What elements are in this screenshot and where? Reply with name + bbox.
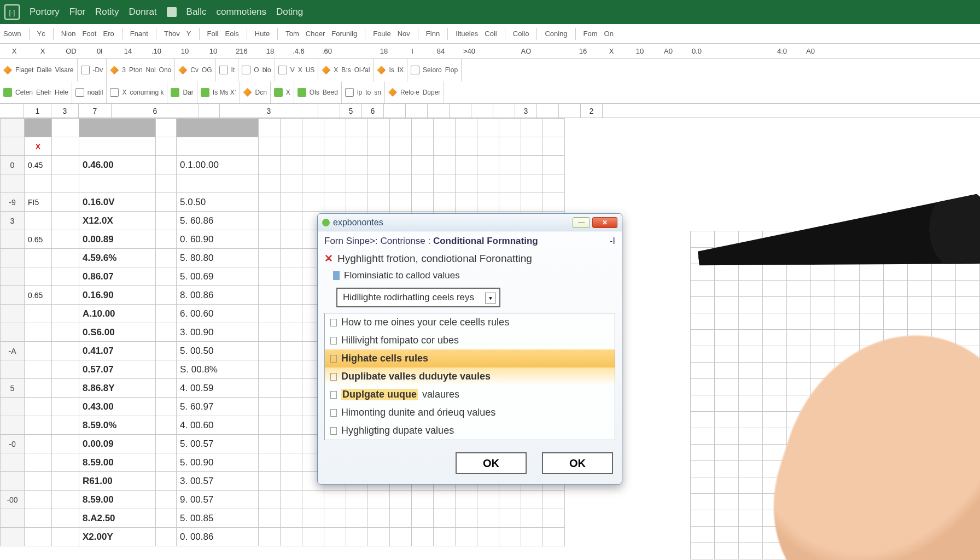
row-header[interactable]: 0 bbox=[1, 156, 25, 174]
cell[interactable] bbox=[907, 231, 931, 248]
cell[interactable] bbox=[931, 297, 955, 313]
cell[interactable] bbox=[390, 509, 412, 528]
cell[interactable] bbox=[25, 472, 52, 491]
cell[interactable] bbox=[259, 249, 281, 267]
cell[interactable] bbox=[955, 494, 979, 510]
cell[interactable] bbox=[691, 297, 715, 313]
ribbon-label[interactable]: It bbox=[231, 66, 235, 74]
cell[interactable] bbox=[543, 156, 565, 174]
cell[interactable]: X bbox=[25, 137, 52, 156]
cell[interactable] bbox=[835, 313, 859, 330]
cell[interactable] bbox=[691, 477, 715, 494]
cell[interactable] bbox=[859, 477, 883, 494]
cell[interactable] bbox=[25, 323, 52, 342]
cell[interactable] bbox=[691, 428, 715, 445]
cell[interactable] bbox=[883, 313, 907, 330]
cell[interactable]: 0. 00.86 bbox=[177, 528, 259, 546]
cell[interactable] bbox=[156, 416, 177, 435]
row-header[interactable] bbox=[1, 267, 25, 286]
cell[interactable] bbox=[739, 461, 763, 477]
cell[interactable] bbox=[691, 330, 715, 346]
column-header[interactable] bbox=[559, 104, 581, 118]
cell[interactable] bbox=[931, 428, 955, 445]
cell[interactable] bbox=[811, 281, 835, 297]
cell[interactable] bbox=[25, 416, 52, 435]
cell[interactable] bbox=[787, 428, 811, 445]
ribbon-label[interactable]: Pton bbox=[129, 66, 143, 74]
cell[interactable] bbox=[434, 491, 456, 509]
cell[interactable] bbox=[787, 297, 811, 313]
cell[interactable] bbox=[52, 435, 79, 453]
row-header[interactable] bbox=[1, 472, 25, 491]
cell[interactable] bbox=[281, 267, 302, 286]
cell[interactable] bbox=[477, 137, 499, 156]
cell[interactable] bbox=[52, 453, 79, 472]
cell[interactable] bbox=[691, 510, 715, 527]
cell[interactable] bbox=[859, 527, 883, 543]
cell[interactable] bbox=[156, 342, 177, 360]
cell[interactable] bbox=[521, 509, 543, 528]
column-header[interactable]: 7 bbox=[79, 104, 112, 118]
cell[interactable] bbox=[346, 174, 368, 193]
cell[interactable] bbox=[811, 412, 835, 428]
cell[interactable] bbox=[499, 137, 521, 156]
cell[interactable] bbox=[835, 248, 859, 264]
cell[interactable] bbox=[412, 509, 434, 528]
cell[interactable] bbox=[835, 510, 859, 527]
cell[interactable] bbox=[259, 491, 281, 509]
cell[interactable] bbox=[281, 193, 302, 212]
cell[interactable] bbox=[859, 248, 883, 264]
cell[interactable] bbox=[281, 528, 302, 546]
cell[interactable] bbox=[156, 528, 177, 546]
cell[interactable] bbox=[859, 379, 883, 395]
cell[interactable] bbox=[859, 494, 883, 510]
cell[interactable] bbox=[811, 510, 835, 527]
ribbon-label[interactable]: Relo·e bbox=[400, 89, 419, 96]
cell[interactable] bbox=[859, 313, 883, 330]
cell[interactable] bbox=[52, 491, 79, 509]
cell[interactable] bbox=[883, 428, 907, 445]
cell[interactable] bbox=[883, 264, 907, 281]
row-header[interactable]: 3 bbox=[1, 212, 25, 230]
cell[interactable]: 4. 00.59 bbox=[177, 379, 259, 398]
ribbon-icon[interactable] bbox=[75, 88, 84, 97]
cell[interactable] bbox=[955, 313, 979, 330]
cell[interactable] bbox=[521, 491, 543, 509]
cell[interactable] bbox=[281, 398, 302, 416]
cell[interactable] bbox=[739, 313, 763, 330]
cell[interactable] bbox=[859, 346, 883, 363]
cell[interactable] bbox=[52, 342, 79, 360]
cell[interactable] bbox=[412, 156, 434, 174]
cell[interactable] bbox=[434, 156, 456, 174]
cell[interactable] bbox=[763, 297, 787, 313]
cell[interactable] bbox=[259, 119, 281, 137]
cell[interactable] bbox=[787, 231, 811, 248]
cell[interactable] bbox=[259, 305, 281, 323]
cell[interactable] bbox=[787, 412, 811, 428]
cell[interactable] bbox=[763, 527, 787, 543]
cell[interactable] bbox=[281, 416, 302, 435]
cell[interactable] bbox=[477, 491, 499, 509]
cell[interactable] bbox=[156, 472, 177, 491]
cell[interactable] bbox=[259, 342, 281, 360]
cell[interactable] bbox=[281, 174, 302, 193]
cell[interactable] bbox=[739, 543, 763, 559]
cell[interactable] bbox=[52, 286, 79, 305]
cell[interactable] bbox=[859, 412, 883, 428]
column-header[interactable]: 3 bbox=[51, 104, 79, 118]
cell[interactable] bbox=[456, 528, 477, 546]
cell[interactable] bbox=[259, 528, 281, 546]
cell[interactable] bbox=[931, 412, 955, 428]
ribbon-label[interactable]: X bbox=[286, 89, 290, 96]
rule-option[interactable]: Duplibate valles duduyte vaules bbox=[325, 368, 615, 386]
cell[interactable]: 6. 00.60 bbox=[177, 305, 259, 323]
ribbon-icon[interactable] bbox=[110, 66, 119, 74]
cell[interactable] bbox=[156, 230, 177, 249]
cell[interactable] bbox=[883, 543, 907, 559]
cell[interactable] bbox=[25, 398, 52, 416]
ribbon-label[interactable]: sn bbox=[374, 89, 381, 96]
cell[interactable]: 5. 00.50 bbox=[177, 342, 259, 360]
cell[interactable] bbox=[281, 453, 302, 472]
cell[interactable] bbox=[477, 528, 499, 546]
cell[interactable] bbox=[52, 249, 79, 267]
